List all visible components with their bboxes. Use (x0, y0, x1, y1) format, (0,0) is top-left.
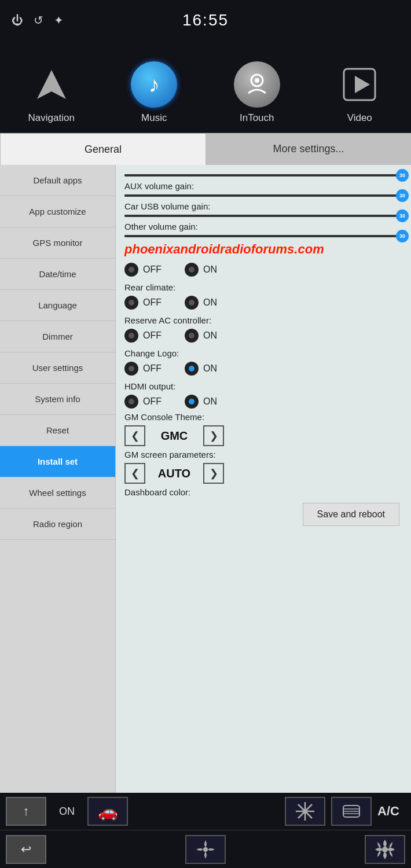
sidebar-item-install-set[interactable]: Install set (0, 446, 115, 477)
bottom-row-1: ↑ ON 🚗 A/C (0, 793, 411, 830)
radio-section-change-logo: Change Logo: OFF ON (124, 348, 402, 376)
other-volume-label: Other volume gain: (124, 222, 402, 231)
sidebar-item-app-customize[interactable]: App customize (0, 196, 115, 227)
radio-section-reserve-ac: Reserve AC controller: OFF ON (124, 315, 402, 343)
refresh-icon[interactable]: ↺ (34, 13, 43, 27)
sidebar-item-user-settings[interactable]: User settings (0, 352, 115, 384)
radio-on-rear-climate[interactable]: ON (185, 296, 217, 310)
brightness-icon[interactable]: ✦ (54, 13, 64, 27)
nav-item-navigation[interactable]: Navigation (0, 61, 103, 127)
radio-section-rear-climate: Rear climate: OFF ON (124, 282, 402, 310)
sidebar-item-gps-monitor[interactable]: GPS monitor (0, 227, 115, 259)
gm-params-prev-button[interactable]: ❮ (124, 463, 145, 484)
slider-row-aux2: 30 (124, 194, 402, 197)
gm-params-value: AUTO (151, 467, 197, 480)
watermark: phoenixandroidradioforums.com (124, 242, 402, 257)
nav-label-intouch: InTouch (240, 112, 274, 124)
radio-dot-off-ac (124, 329, 138, 343)
svg-marker-4 (355, 76, 370, 93)
aux-slider-track2[interactable]: 30 (124, 194, 402, 197)
nav-label-music: Music (141, 112, 167, 124)
radio-dot-off-hdmi (124, 395, 138, 409)
navigation-icon (28, 61, 75, 108)
sidebar-item-datetime[interactable]: Date/time (0, 259, 115, 290)
gm-params-next-button[interactable]: ❯ (203, 463, 224, 484)
sidebar-item-reset[interactable]: Reset (0, 415, 115, 446)
sidebar-item-system-info[interactable]: System info (0, 384, 115, 415)
rear-defrost-button[interactable] (331, 797, 372, 826)
settings-panel: 30 AUX volume gain: 30 Car USB volume ga… (116, 165, 411, 793)
radio-off-reserve-ac[interactable]: OFF (124, 329, 162, 343)
nav-item-music[interactable]: ♪ Music (103, 61, 206, 127)
tab-row: General More settings... (0, 133, 411, 165)
radio-on-0[interactable]: ON (185, 263, 217, 277)
ac-label: A/C (377, 804, 405, 819)
nav-label-video: Video (347, 112, 372, 124)
radio-dot-on-0 (185, 263, 199, 277)
car-icon-button[interactable]: 🚗 (87, 797, 128, 826)
top-bar-left-icons: ⏻ ↺ ✦ (12, 13, 64, 27)
radio-options-reserve-ac: OFF ON (124, 329, 402, 343)
radio-on-change-logo[interactable]: ON (185, 362, 217, 376)
gm-console-theme-label: GM Console Theme: (124, 412, 402, 422)
svg-point-14 (203, 847, 208, 852)
main-content: Default apps App customize GPS monitor D… (0, 165, 411, 793)
tab-more-settings[interactable]: More settings... (206, 133, 411, 165)
gm-theme-prev-button[interactable]: ❮ (124, 425, 145, 446)
sidebar-item-radio-region[interactable]: Radio region (0, 509, 115, 540)
on-label: ON (52, 806, 82, 818)
radio-on-reserve-ac[interactable]: ON (185, 329, 217, 343)
radio-options-rear-climate: OFF ON (124, 296, 402, 310)
radio-dot-on-logo (185, 362, 199, 376)
radio-off-change-logo[interactable]: OFF (124, 362, 162, 376)
radio-on-hdmi[interactable]: ON (185, 395, 217, 409)
gm-console-theme-selector: ❮ GMC ❯ (124, 425, 402, 446)
svg-marker-0 (37, 70, 66, 99)
radio-options-change-logo: OFF ON (124, 362, 402, 376)
radio-off-rear-climate[interactable]: OFF (124, 296, 162, 310)
svg-point-9 (303, 809, 307, 814)
radio-dot-off-rear (124, 296, 138, 310)
defrost-icon-button[interactable] (285, 797, 325, 826)
aux-slider-track[interactable]: 30 (124, 174, 402, 176)
sidebar: Default apps App customize GPS monitor D… (0, 165, 116, 793)
usb-slider-track[interactable]: 30 (124, 215, 402, 217)
up-arrow-button[interactable]: ↑ (6, 797, 46, 826)
nav-bar: Navigation ♪ Music InTouch Video (0, 41, 411, 133)
save-button-row: Save and reboot (124, 503, 402, 526)
sidebar-item-language[interactable]: Language (0, 290, 115, 321)
sidebar-item-default-apps[interactable]: Default apps (0, 165, 115, 196)
radio-section-hdmi: HDMI output: OFF ON (124, 381, 402, 409)
save-reboot-button[interactable]: Save and reboot (303, 503, 399, 526)
fan-high-button[interactable] (365, 835, 405, 864)
radio-off-hdmi[interactable]: OFF (124, 395, 162, 409)
sidebar-item-dimmer[interactable]: Dimmer (0, 321, 115, 352)
other-slider-track[interactable]: 30 (124, 235, 402, 237)
sidebar-item-wheel-settings[interactable]: Wheel settings (0, 477, 115, 509)
radio-section-0: OFF ON (124, 263, 402, 277)
tab-general[interactable]: General (0, 133, 206, 165)
radio-options-0: OFF ON (124, 263, 402, 277)
svg-point-2 (255, 78, 259, 83)
music-icon: ♪ (131, 61, 177, 108)
gm-theme-value: GMC (151, 429, 197, 443)
radio-off-0[interactable]: OFF (124, 263, 162, 277)
dashboard-color-label: Dashboard color: (124, 487, 402, 497)
hdmi-output-label: HDMI output: (124, 381, 402, 391)
back-button[interactable]: ↩ (6, 835, 46, 864)
gm-screen-params-section: GM screen parameters: ❮ AUTO ❯ (124, 450, 402, 484)
radio-dot-off-0 (124, 263, 138, 277)
radio-dot-on-rear (185, 296, 199, 310)
gm-theme-next-button[interactable]: ❯ (203, 425, 224, 446)
clock: 16:55 (182, 11, 229, 30)
fan-low-button[interactable] (185, 835, 226, 864)
gm-console-theme-section: GM Console Theme: ❮ GMC ❯ (124, 412, 402, 446)
nav-label-navigation: Navigation (28, 112, 75, 124)
gm-screen-params-label: GM screen parameters: (124, 450, 402, 459)
slider-row-aux: 30 (124, 174, 402, 176)
nav-item-video[interactable]: Video (309, 61, 412, 127)
radio-options-hdmi: OFF ON (124, 395, 402, 409)
nav-item-intouch[interactable]: InTouch (206, 61, 309, 127)
bottom-bar: ↑ ON 🚗 A/C ↩ (0, 793, 411, 868)
power-icon[interactable]: ⏻ (12, 14, 23, 27)
